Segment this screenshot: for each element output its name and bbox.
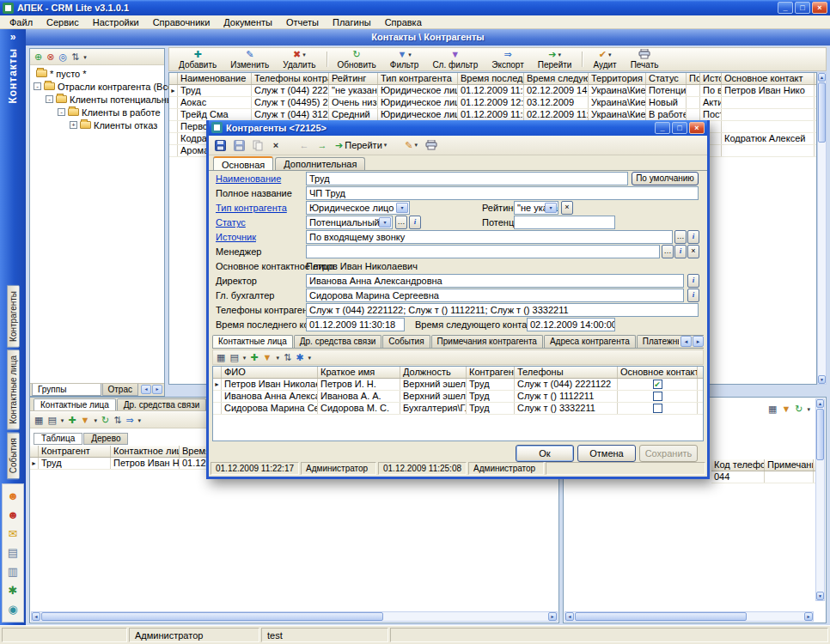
scroll-left-icon[interactable]: ◄: [32, 612, 40, 621]
grid-cell[interactable]: Украина\Киевская: [589, 97, 646, 108]
tab-other-comm[interactable]: Др. средства связи: [117, 398, 207, 410]
column-header[interactable]: ФИО: [222, 367, 318, 378]
grid-cell[interactable]: Бухгалтерия\Гл. б: [400, 403, 467, 414]
maximize-button[interactable]: □: [795, 2, 810, 14]
menu-help[interactable]: Справка: [378, 16, 429, 28]
search-icon[interactable]: ◎: [58, 52, 67, 62]
refresh-button[interactable]: ↻ Обновить: [331, 49, 383, 70]
tab-main[interactable]: Основная: [213, 156, 273, 170]
scrollbar-thumb[interactable]: [818, 82, 826, 143]
delete-button[interactable]: ✖▾ Удалить: [276, 49, 322, 70]
column-header[interactable]: По: [687, 73, 700, 84]
status-browse-button[interactable]: …: [395, 216, 407, 229]
column-header[interactable]: Телефоны контраг: [252, 73, 329, 84]
sort-icon[interactable]: ⇅: [71, 52, 79, 62]
scroll-down-icon[interactable]: ▼: [818, 375, 826, 384]
mail-icon[interactable]: ✉: [9, 528, 18, 540]
grid-cell[interactable]: [687, 85, 700, 96]
grid-cell[interactable]: Труд: [39, 458, 111, 469]
grid-cell[interactable]: "не указано": [329, 85, 378, 96]
column-header[interactable]: Код телефона: [711, 459, 765, 471]
back-icon[interactable]: ←: [296, 137, 312, 153]
save-all-button[interactable]: [231, 137, 247, 153]
status-select[interactable]: Потенциальный ▾: [306, 216, 393, 229]
card-view-icon[interactable]: ▤: [47, 416, 56, 425]
grid-cell[interactable]: 02.12.2009 14:00:0: [524, 85, 589, 96]
grid-cell[interactable]: Петров Иван Нико: [111, 458, 180, 469]
menu-plugins[interactable]: Плагины: [326, 16, 378, 28]
type-field-label[interactable]: Тип контрагента: [216, 203, 287, 213]
scrollbar-thumb[interactable]: [575, 612, 747, 621]
tree-item-empty[interactable]: * пусто *: [30, 67, 164, 80]
manager-input[interactable]: [306, 245, 660, 258]
quick-filter-button[interactable]: ▼ Сл. фильтр: [425, 49, 485, 70]
checkbox[interactable]: [653, 392, 662, 401]
grid-cell[interactable]: Верхний эшелон У: [400, 391, 467, 402]
collapse-sidebar-button[interactable]: »: [10, 31, 16, 43]
grid-cell[interactable]: Юридическое лицо: [378, 85, 458, 96]
sort-icon[interactable]: ⇅: [284, 353, 291, 362]
card-view-icon[interactable]: ▤: [229, 353, 238, 362]
grid-cell[interactable]: Петров Иван Николаевич: [222, 379, 318, 390]
grid-cell[interactable]: Служ т (044) 31213: [252, 109, 329, 120]
column-header[interactable]: Наименование: [178, 73, 252, 84]
save-button[interactable]: [212, 137, 229, 153]
add-button[interactable]: ✚ Добавить: [172, 49, 223, 70]
grid-cell[interactable]: Труд: [467, 391, 515, 402]
forward-icon[interactable]: →: [314, 137, 330, 153]
grid-row[interactable]: ►Петров Иван НиколаевичПетров И. Н.Верхн…: [213, 379, 703, 391]
contact-person-icon[interactable]: ☻: [7, 490, 19, 502]
chevron-down-icon[interactable]: ▾: [415, 142, 418, 149]
horizontal-scrollbar[interactable]: ◄ ►: [31, 611, 558, 622]
tab-scroll-right-icon[interactable]: ▸: [152, 385, 162, 394]
main-grid-vertical-scrollbar[interactable]: ▲ ▼: [817, 72, 827, 385]
grid-cell[interactable]: Юридическое лицо: [378, 109, 458, 120]
subtab-events[interactable]: События: [382, 335, 430, 348]
grid-cell[interactable]: Новый: [646, 97, 687, 108]
tools-icon[interactable]: ✱: [9, 585, 18, 597]
grid-cell[interactable]: По вх: [700, 85, 722, 96]
menu-reports[interactable]: Отчеты: [279, 16, 326, 28]
clear-rating-button[interactable]: ×: [561, 201, 573, 215]
globe-icon[interactable]: ◉: [8, 604, 17, 616]
add-icon[interactable]: ✚: [250, 353, 258, 362]
scroll-right-icon[interactable]: ►: [804, 612, 813, 621]
grid-row[interactable]: Иванова Анна АлександровнаИванова А. А.В…: [213, 391, 703, 403]
status-info-button[interactable]: i: [409, 216, 421, 229]
grid-cell[interactable]: [722, 121, 815, 132]
more-icon[interactable]: ▾: [138, 416, 142, 425]
grid-cell[interactable]: Петров Иван Нико: [722, 85, 815, 96]
tree-item-industries[interactable]: - Отрасли контрагента (Все): [30, 80, 164, 93]
grid-view-icon[interactable]: ▦: [34, 416, 43, 425]
grid-cell[interactable]: Посто: [700, 109, 722, 120]
grid-cell[interactable]: Верхний эшелон У: [400, 379, 467, 390]
grid-cell[interactable]: Петров И. Н.: [318, 379, 400, 390]
copy-button[interactable]: [250, 137, 265, 153]
subtab-contact-persons[interactable]: Контактные лица: [212, 335, 293, 348]
subtab-scroll-left-icon[interactable]: ◂: [680, 336, 692, 347]
filter-button[interactable]: ▼▾ Фильтр: [383, 49, 426, 70]
grid-cell[interactable]: 01.12.2009 11:59:4: [458, 109, 524, 120]
chevron-down-icon[interactable]: ▾: [558, 52, 561, 58]
manager-clear-button[interactable]: ×: [687, 245, 699, 258]
filter-icon[interactable]: ▼: [263, 353, 272, 362]
grid-cell[interactable]: 03.12.2009: [524, 97, 589, 108]
grid-cell[interactable]: [765, 471, 814, 483]
column-header[interactable]: Источ: [700, 73, 722, 84]
manager-info-button[interactable]: i: [674, 245, 687, 258]
column-header[interactable]: Рейтинг: [329, 73, 378, 84]
scrollbar-thumb[interactable]: [41, 612, 383, 621]
dialog-maximize-button[interactable]: □: [672, 122, 687, 134]
grid-cell[interactable]: [687, 109, 700, 120]
tab-table-view[interactable]: Таблица: [34, 433, 82, 445]
scroll-left-icon[interactable]: ◄: [565, 612, 574, 621]
cancel-button[interactable]: Отмена: [577, 445, 636, 462]
dialog-titlebar[interactable]: Контрагенты <72125> _ □ ×: [209, 120, 707, 136]
audit-button[interactable]: ✎▾: [402, 137, 420, 153]
phones-input[interactable]: Служ т (044) 2221122; Служ т () 1112211;…: [306, 303, 699, 317]
settings-icon[interactable]: ✱: [296, 353, 303, 362]
subtab-addresses[interactable]: Адреса контрагента: [544, 335, 636, 348]
grid-cell[interactable]: Средний: [329, 109, 378, 120]
potential-input[interactable]: [514, 216, 615, 229]
column-header[interactable]: Территория: [589, 73, 646, 84]
